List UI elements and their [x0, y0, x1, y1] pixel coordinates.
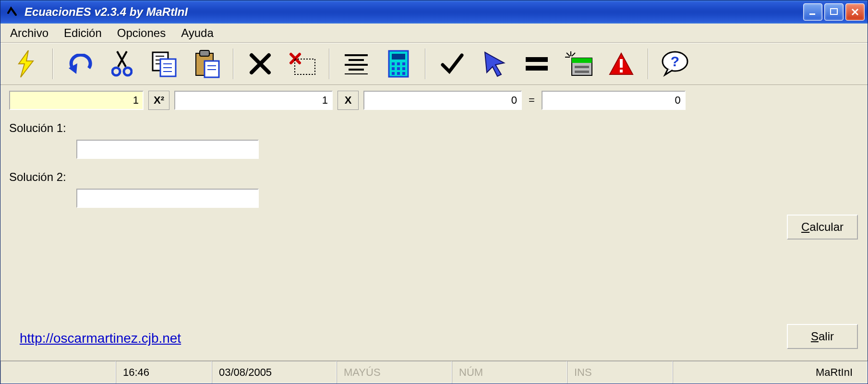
svg-rect-29 [402, 62, 405, 65]
app-icon [5, 5, 19, 19]
menu-edicion[interactable]: Edición [57, 24, 108, 42]
warning-icon[interactable] [601, 46, 642, 82]
svg-rect-37 [526, 57, 548, 62]
svg-rect-45 [575, 66, 589, 68]
pointer-panel-icon[interactable] [558, 46, 600, 82]
separator [52, 48, 53, 79]
result-input[interactable] [542, 91, 686, 110]
status-ins: INS [567, 361, 673, 384]
svg-point-4 [112, 68, 120, 75]
menu-ayuda[interactable]: Ayuda [174, 24, 220, 42]
svg-rect-35 [402, 72, 405, 75]
copy-icon[interactable] [144, 46, 185, 82]
equals-sign: = [527, 94, 537, 107]
lightning-icon[interactable] [5, 46, 47, 82]
paste-icon[interactable] [186, 46, 227, 82]
x-label: X [338, 91, 359, 110]
salir-button[interactable]: Salir [787, 324, 858, 349]
close-button[interactable] [845, 3, 865, 21]
solution1-label: Solución 1: [9, 121, 859, 135]
svg-rect-46 [575, 71, 589, 73]
svg-rect-48 [620, 59, 623, 68]
cut-icon[interactable] [101, 46, 143, 82]
menu-opciones[interactable]: Opciones [110, 24, 172, 42]
svg-rect-30 [392, 67, 395, 70]
svg-rect-28 [397, 62, 400, 65]
solution1-input[interactable] [76, 140, 259, 159]
status-time: 16:46 [116, 361, 212, 384]
svg-rect-38 [526, 66, 548, 71]
justify-icon[interactable] [336, 46, 377, 82]
minimize-button[interactable] [803, 3, 822, 21]
window-controls [803, 3, 865, 21]
separator [329, 48, 330, 79]
window-title: EcuacionES v2.3.4 by MaRtInI [24, 5, 803, 19]
svg-marker-2 [19, 50, 33, 77]
svg-text:?: ? [671, 53, 679, 69]
coef-a-input[interactable] [9, 91, 144, 110]
svg-line-41 [567, 53, 570, 56]
svg-marker-36 [485, 52, 504, 76]
status-date: 03/08/2005 [212, 361, 337, 384]
content-area: X² X = Solución 1: Solución 2: http://os… [0, 85, 868, 360]
check-icon[interactable] [432, 46, 473, 82]
status-num: NÚM [452, 361, 567, 384]
status-caps: MAYÚS [337, 361, 452, 384]
svg-rect-33 [392, 72, 395, 75]
separator [233, 48, 234, 79]
calcular-rest: alcular [809, 220, 844, 233]
maximize-button[interactable] [824, 3, 844, 21]
cursor-icon[interactable] [474, 46, 515, 82]
calcular-button[interactable]: Calcular [787, 215, 858, 240]
svg-rect-0 [809, 13, 815, 15]
help-icon[interactable]: ? [654, 46, 696, 82]
solution2-label: Solución 2: [9, 170, 859, 184]
salir-rest: alir [819, 330, 834, 343]
x2-label: X² [148, 91, 169, 110]
delete-selection-icon[interactable] [282, 46, 323, 82]
svg-rect-44 [572, 58, 592, 63]
svg-rect-26 [392, 54, 405, 60]
status-empty [0, 361, 116, 384]
coef-c-input[interactable] [363, 91, 522, 110]
svg-rect-27 [392, 62, 395, 65]
solution2-input[interactable] [76, 189, 259, 208]
delete-icon[interactable] [240, 46, 281, 82]
svg-rect-1 [831, 9, 837, 14]
svg-rect-31 [397, 67, 400, 70]
svg-rect-34 [397, 72, 400, 75]
solution2-block: Solución 2: [9, 170, 859, 208]
coef-b-input[interactable] [174, 91, 333, 110]
svg-rect-15 [200, 50, 209, 56]
svg-point-5 [124, 68, 132, 75]
menu-archivo[interactable]: Archivo [3, 24, 55, 42]
menubar: Archivo Edición Opciones Ayuda [0, 24, 868, 43]
website-link[interactable]: http://oscarmartinez.cjb.net [20, 331, 181, 346]
undo-icon[interactable] [59, 46, 100, 82]
calculator-icon[interactable] [378, 46, 419, 82]
svg-rect-49 [620, 70, 623, 72]
equals-icon[interactable] [516, 46, 557, 82]
equation-row: X² X = [9, 91, 859, 110]
svg-line-42 [572, 53, 575, 56]
titlebar: EcuacionES v2.3.4 by MaRtInI [0, 0, 868, 24]
toolbar: ? [0, 43, 868, 85]
solution1-block: Solución 1: [9, 121, 859, 159]
app-window: EcuacionES v2.3.4 by MaRtInI Archivo Edi… [0, 0, 868, 384]
separator [648, 48, 649, 79]
status-author: MaRtInI [673, 361, 868, 384]
svg-rect-32 [402, 67, 405, 70]
separator [425, 48, 426, 79]
statusbar: 16:46 03/08/2005 MAYÚS NÚM INS MaRtInI [0, 360, 868, 384]
